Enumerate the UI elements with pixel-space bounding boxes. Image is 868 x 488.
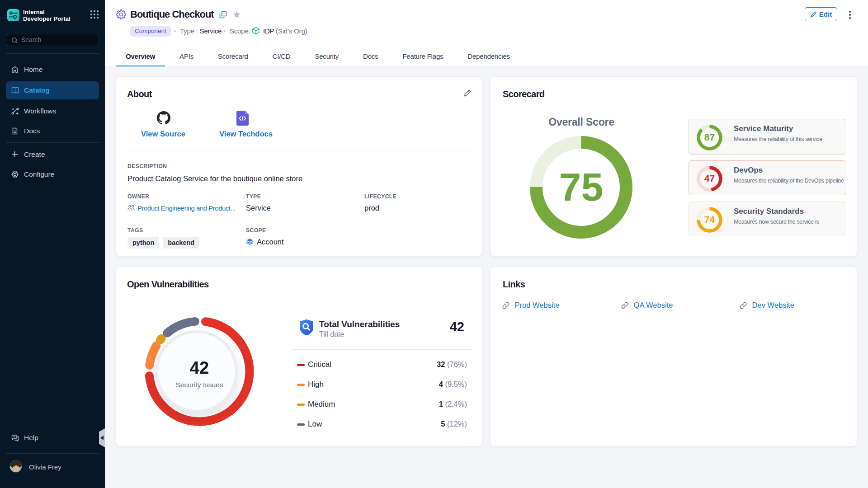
svg-text:?: ? bbox=[13, 436, 15, 439]
